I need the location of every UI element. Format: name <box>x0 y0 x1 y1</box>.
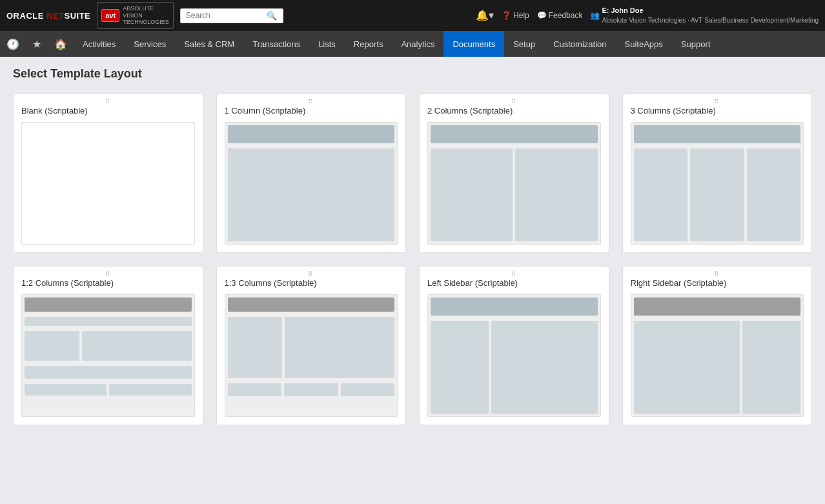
template-label-1col: 1 Column (Scriptable) <box>225 106 398 116</box>
nav-item-analytics[interactable]: Analytics <box>392 31 443 57</box>
avt-logo-container: avt ABSOLUTEVISIONTECHNOLOGIES <box>97 2 173 29</box>
template-left-sidebar[interactable]: ⠿ Left Sidebar (Scriptable) <box>419 266 609 425</box>
nav-item-sales-crm[interactable]: Sales & CRM <box>175 31 243 57</box>
template-right-sidebar[interactable]: ⠿ Right Sidebar (Scriptable) <box>622 266 813 425</box>
drag-handle-3col: ⠿ <box>714 98 720 105</box>
oracle-logo: ORACLE NETSUITE <box>6 11 90 21</box>
feedback-button[interactable]: 💬Feedback <box>537 11 583 20</box>
avt-logo: avt <box>101 9 119 22</box>
template-label-3col: 3 Columns (Scriptable) <box>631 106 804 116</box>
user-info: E: John Doe Absolute Vision Technologies… <box>602 6 819 25</box>
template-preview-3col <box>631 122 804 245</box>
template-label-1-3col: 1:3 Columns (Scriptable) <box>225 278 398 288</box>
nav-item-lists[interactable]: Lists <box>309 31 345 57</box>
template-preview-right-sidebar <box>631 294 804 417</box>
search-box[interactable]: 🔍 <box>180 8 283 23</box>
page-title: Select Template Layout <box>13 67 812 81</box>
user-company: Absolute Vision Technologies · AVT Sales… <box>602 16 819 25</box>
help-button[interactable]: ❓Help <box>502 11 529 20</box>
template-preview-left-sidebar <box>427 294 601 417</box>
drag-handle-1col: ⠿ <box>308 98 314 105</box>
template-preview-blank <box>21 122 195 245</box>
template-blank[interactable]: ⠿ Blank (Scriptable) <box>13 94 203 253</box>
template-label-2col: 2 Columns (Scriptable) <box>427 106 601 116</box>
notifications-button[interactable]: 🔔▾ <box>476 9 494 21</box>
help-label: Help <box>513 11 529 20</box>
history-icon[interactable]: 🕐 <box>0 31 26 57</box>
drag-handle-1-3col: ⠿ <box>308 270 314 277</box>
top-bar: ORACLE NETSUITE avt ABSOLUTEVISIONTECHNO… <box>0 0 825 31</box>
nav-item-reports[interactable]: Reports <box>345 31 392 57</box>
template-grid: ⠿ Blank (Scriptable) ⠿ 1 Column (Scripta… <box>13 94 812 425</box>
template-1-2col[interactable]: ⠿ 1:2 Columns (Scriptable) <box>13 266 203 425</box>
favorites-icon[interactable]: ★ <box>26 31 48 57</box>
template-preview-2col <box>427 122 601 245</box>
nav-item-support[interactable]: Support <box>672 31 720 57</box>
avt-subtitle: ABSOLUTEVISIONTECHNOLOGIES <box>123 5 169 26</box>
template-label-1-2col: 1:2 Columns (Scriptable) <box>21 278 195 288</box>
template-label-right-sidebar: Right Sidebar (Scriptable) <box>631 278 804 288</box>
template-preview-1-2col <box>21 294 195 417</box>
nav-item-documents[interactable]: Documents <box>443 31 504 57</box>
nav-bar: 🕐 ★ 🏠 Activities Services Sales & CRM Tr… <box>0 31 825 57</box>
drag-handle-blank: ⠿ <box>105 98 111 105</box>
template-preview-1-3col <box>225 294 398 417</box>
template-1-3col[interactable]: ⠿ 1:3 Columns (Scriptable) <box>216 266 407 425</box>
template-1col[interactable]: ⠿ 1 Column (Scriptable) <box>216 94 407 253</box>
nav-item-suiteapps[interactable]: SuiteApps <box>616 31 672 57</box>
template-3col[interactable]: ⠿ 3 Columns (Scriptable) <box>622 94 813 253</box>
top-bar-right: 🔔▾ ❓Help 💬Feedback 👥 E: John Doe Absolut… <box>476 6 819 25</box>
search-input[interactable] <box>186 11 263 20</box>
user-menu[interactable]: 👥 E: John Doe Absolute Vision Technologi… <box>590 6 819 25</box>
feedback-label: Feedback <box>549 11 583 20</box>
nav-item-customization[interactable]: Customization <box>544 31 615 57</box>
nav-item-transactions[interactable]: Transactions <box>243 31 309 57</box>
user-name: E: John Doe <box>602 6 819 15</box>
drag-handle-left-sidebar: ⠿ <box>511 270 517 277</box>
template-preview-1col <box>225 122 398 245</box>
nav-item-setup[interactable]: Setup <box>504 31 544 57</box>
drag-handle-2col: ⠿ <box>511 98 517 105</box>
template-label-blank: Blank (Scriptable) <box>21 106 195 116</box>
page-content: Select Template Layout ⠿ Blank (Scriptab… <box>0 57 825 436</box>
nav-item-services[interactable]: Services <box>125 31 175 57</box>
template-label-left-sidebar: Left Sidebar (Scriptable) <box>427 278 601 288</box>
drag-handle-right-sidebar: ⠿ <box>714 270 720 277</box>
search-icon: 🔍 <box>267 11 277 21</box>
drag-handle-1-2col: ⠿ <box>105 270 111 277</box>
home-icon[interactable]: 🏠 <box>48 31 74 57</box>
nav-item-activities[interactable]: Activities <box>74 31 125 57</box>
template-2col[interactable]: ⠿ 2 Columns (Scriptable) <box>419 94 609 253</box>
